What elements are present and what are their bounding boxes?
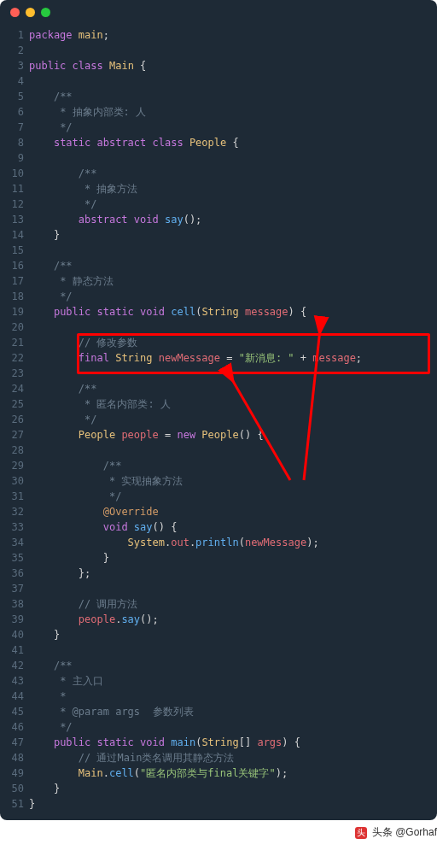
code-line: People people = new People() { xyxy=(29,427,437,443)
code-line: * xyxy=(29,689,437,704)
code-line xyxy=(29,642,437,658)
zoom-icon[interactable] xyxy=(41,8,50,17)
close-icon[interactable] xyxy=(10,8,20,17)
code-line: // 修改参数 xyxy=(29,335,437,350)
code-line: } xyxy=(29,227,437,243)
code-line: // 通过Main类名调用其静态方法 xyxy=(29,750,437,765)
code-line xyxy=(29,73,437,89)
code-line: */ xyxy=(29,489,437,504)
code-line: package main; xyxy=(29,27,437,43)
code-line: /** xyxy=(29,166,437,181)
minimize-icon[interactable] xyxy=(26,8,35,17)
code-line xyxy=(29,443,437,458)
code-line: * 主入口 xyxy=(29,673,437,689)
code-line: /** xyxy=(29,458,437,473)
code-line: * 静态方法 xyxy=(29,273,437,289)
code-line: // 调用方法 xyxy=(29,596,437,612)
code-line: /** xyxy=(29,658,437,673)
code-line xyxy=(29,581,437,596)
code-line: */ xyxy=(29,412,437,427)
code-line: */ xyxy=(29,289,437,304)
code-line: abstract void say(); xyxy=(29,212,437,227)
code-line: */ xyxy=(29,719,437,735)
code-line: System.out.println(newMessage); xyxy=(29,535,437,550)
code-line: } xyxy=(29,627,437,642)
code-line: public class Main { xyxy=(29,58,437,73)
code-line: } xyxy=(29,550,437,566)
code-line: * 匿名内部类: 人 xyxy=(29,396,437,412)
code-editor: 1234567891011121314151617181920212223242… xyxy=(0,0,437,820)
code-line: void say() { xyxy=(29,519,437,535)
code-line xyxy=(29,150,437,166)
code-area: 1234567891011121314151617181920212223242… xyxy=(0,24,437,820)
line-gutter: 1234567891011121314151617181920212223242… xyxy=(0,27,29,812)
code-line: static abstract class People { xyxy=(29,135,437,150)
code-line: @Override xyxy=(29,504,437,519)
code-line: /** xyxy=(29,258,437,273)
code-line: } xyxy=(29,796,437,812)
code-line: /** xyxy=(29,89,437,104)
code-line: people.say(); xyxy=(29,612,437,627)
code-line: Main.cell("匿名内部类与final关键字"); xyxy=(29,765,437,781)
code-lines: package main; public class Main { /** * … xyxy=(29,27,437,812)
code-line xyxy=(29,243,437,258)
code-line: public static void main(String[] args) { xyxy=(29,735,437,750)
code-line xyxy=(29,366,437,381)
attribution-text: 头条 @Gorhaf xyxy=(372,826,437,838)
code-line: } xyxy=(29,781,437,796)
code-line xyxy=(29,43,437,58)
code-line: */ xyxy=(29,120,437,135)
attribution: 头 头条 @Gorhaf xyxy=(0,820,437,840)
code-line: * 抽象内部类: 人 xyxy=(29,104,437,120)
code-line xyxy=(29,320,437,335)
toutiao-icon: 头 xyxy=(355,827,367,839)
code-line: */ xyxy=(29,196,437,212)
code-line: * @param args 参数列表 xyxy=(29,704,437,719)
code-line: * 实现抽象方法 xyxy=(29,473,437,489)
code-line: final String newMessage = "新消息: " + mess… xyxy=(29,350,437,366)
code-line: * 抽象方法 xyxy=(29,181,437,196)
code-line: public static void cell(String message) … xyxy=(29,304,437,320)
code-line: }; xyxy=(29,566,437,581)
window-titlebar xyxy=(0,0,437,24)
code-line: /** xyxy=(29,381,437,396)
